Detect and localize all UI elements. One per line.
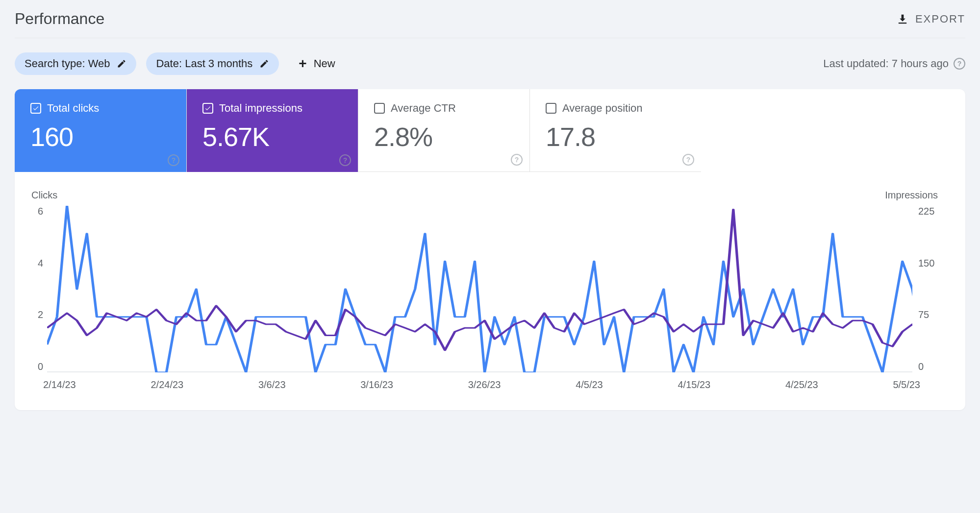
pencil-icon bbox=[259, 59, 269, 69]
export-button[interactable]: EXPORT bbox=[896, 12, 965, 26]
y-axis-right-label: Impressions bbox=[885, 190, 938, 201]
add-filter-label: New bbox=[314, 57, 335, 70]
page-title: Performance bbox=[15, 10, 104, 28]
export-label: EXPORT bbox=[915, 13, 965, 25]
metric-average-position[interactable]: Average position 17.8 ? bbox=[529, 89, 701, 172]
checkbox-unchecked-icon bbox=[374, 103, 385, 114]
metric-average-ctr[interactable]: Average CTR 2.8% ? bbox=[358, 89, 529, 172]
last-updated: Last updated: 7 hours ago ? bbox=[823, 57, 965, 70]
help-icon[interactable]: ? bbox=[339, 154, 351, 166]
metric-label: Total impressions bbox=[219, 102, 302, 115]
add-filter-button[interactable]: + New bbox=[289, 51, 345, 76]
metric-value: 2.8% bbox=[374, 122, 514, 152]
metric-value: 5.67K bbox=[202, 122, 342, 152]
checkbox-unchecked-icon bbox=[546, 103, 556, 114]
download-icon bbox=[896, 12, 909, 26]
chart-plot: 6420 225150750 bbox=[27, 206, 942, 372]
metric-total-clicks[interactable]: Total clicks 160 ? bbox=[15, 89, 186, 172]
help-icon[interactable]: ? bbox=[511, 154, 523, 166]
metric-value: 160 bbox=[30, 122, 171, 152]
y-axis-left-label: Clicks bbox=[31, 190, 57, 201]
metric-value: 17.8 bbox=[546, 122, 685, 152]
plus-icon: + bbox=[299, 56, 306, 72]
metric-label: Average CTR bbox=[391, 102, 456, 115]
metric-label: Total clicks bbox=[47, 102, 99, 115]
filter-date-label: Date: Last 3 months bbox=[156, 57, 252, 70]
checkbox-checked-icon bbox=[202, 103, 213, 114]
last-updated-label: Last updated: 7 hours ago bbox=[823, 57, 949, 70]
checkbox-checked-icon bbox=[30, 103, 41, 114]
filter-search-type[interactable]: Search type: Web bbox=[15, 52, 136, 75]
help-icon[interactable]: ? bbox=[682, 154, 694, 166]
performance-card: Total clicks 160 ? Total impressions 5.6… bbox=[15, 89, 965, 410]
filter-search-type-label: Search type: Web bbox=[25, 57, 110, 70]
filter-date[interactable]: Date: Last 3 months bbox=[146, 52, 279, 75]
pencil-icon bbox=[117, 59, 126, 69]
metric-label: Average position bbox=[562, 102, 643, 115]
metric-total-impressions[interactable]: Total impressions 5.67K ? bbox=[186, 89, 358, 172]
help-icon[interactable]: ? bbox=[954, 58, 965, 70]
help-icon[interactable]: ? bbox=[168, 154, 179, 166]
